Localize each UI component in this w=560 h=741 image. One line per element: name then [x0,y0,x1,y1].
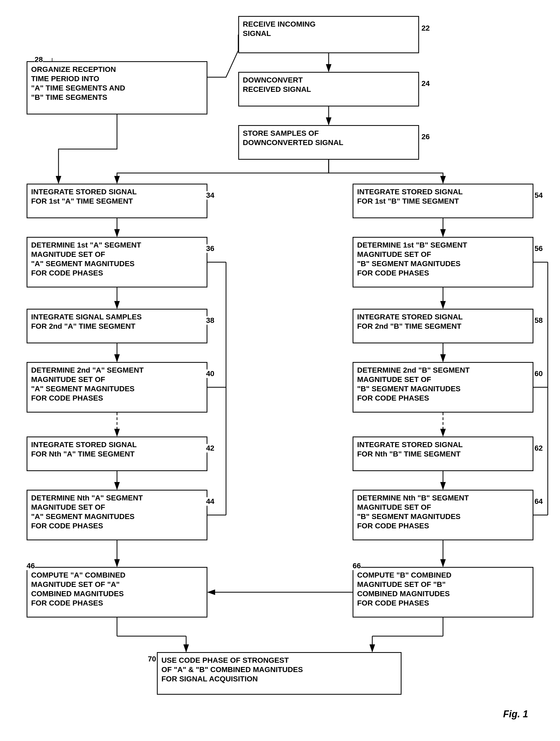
step-label-lbl_58: 58 [535,316,543,325]
step-label-lbl_34: 34 [206,191,214,200]
flowchart-box-box_60: DETERMINE 2nd "B" SEGMENTMAGNITUDE SET O… [352,362,534,413]
flowchart-box-box_26: STORE SAMPLES OFDOWNCONVERTED SIGNAL [238,125,419,160]
flowchart-box-box_64: DETERMINE Nth "B" SEGMENTMAGNITUDE SET O… [352,490,534,540]
flowchart-box-box_62: INTEGRATE STORED SIGNALFOR Nth "B" TIME … [352,436,534,471]
step-label-lbl_38: 38 [206,316,214,325]
step-label-lbl_62: 62 [535,444,543,453]
flowchart-box-box_36: DETERMINE 1st "A" SEGMENTMAGNITUDE SET O… [26,237,208,287]
flowchart-box-box_42: INTEGRATE STORED SIGNALFOR Nth "A" TIME … [26,436,208,471]
flowchart-box-box_24: DOWNCONVERTRECEIVED SIGNAL [238,72,419,107]
flowchart-container: RECEIVE INCOMINGSIGNALDOWNCONVERTRECEIVE… [0,0,560,741]
step-label-lbl_46: 46 [26,561,35,570]
step-label-lbl_70: 70 [148,655,156,663]
step-label-lbl_24: 24 [421,79,430,88]
flowchart-box-box_44: DETERMINE Nth "A" SEGMENTMAGNITUDE SET O… [26,490,208,540]
flowchart-box-box_40: DETERMINE 2nd "A" SEGMENTMAGNITUDE SET O… [26,362,208,413]
flowchart-box-box_28: ORGANIZE RECEPTIONTIME PERIOD INTO"A" TI… [26,61,208,115]
step-label-lbl_54: 54 [535,191,543,200]
flowchart-box-box_58: INTEGRATE STORED SIGNALFOR 2nd "B" TIME … [352,309,534,343]
flowchart-box-box_70: USE CODE PHASE OF STRONGESTOF "A" & "B" … [157,652,402,695]
step-label-lbl_56: 56 [535,244,543,253]
step-label-lbl_60: 60 [535,369,543,378]
step-label-lbl_42: 42 [206,444,214,453]
flowchart-box-box_38: INTEGRATE SIGNAL SAMPLESFOR 2nd "A" TIME… [26,309,208,343]
step-label-lbl_22: 22 [421,24,430,32]
step-label-lbl_36: 36 [206,244,214,253]
figure-label: Fig. 1 [503,709,528,720]
step-label-lbl_40: 40 [206,369,214,378]
step-label-lbl_26: 26 [421,133,430,141]
flowchart-box-box_56: DETERMINE 1st "B" SEGMENTMAGNITUDE SET O… [352,237,534,287]
step-label-lbl_64: 64 [535,497,543,506]
step-label-lbl_66: 66 [352,561,361,570]
step-label-lbl_28: 28 [34,55,43,64]
step-label-lbl_44: 44 [206,497,214,506]
flowchart-box-box_46: COMPUTE "A" COMBINEDMAGNITUDE SET OF "A"… [26,567,208,617]
flowchart-box-box_54: INTEGRATE STORED SIGNALFOR 1st "B" TIME … [352,184,534,218]
flowchart-box-box_66: COMPUTE "B" COMBINEDMAGNITUDE SET OF "B"… [352,567,534,617]
flowchart-box-box_22: RECEIVE INCOMINGSIGNAL [238,16,419,53]
flowchart-box-box_34: INTEGRATE STORED SIGNALFOR 1st "A" TIME … [26,184,208,218]
